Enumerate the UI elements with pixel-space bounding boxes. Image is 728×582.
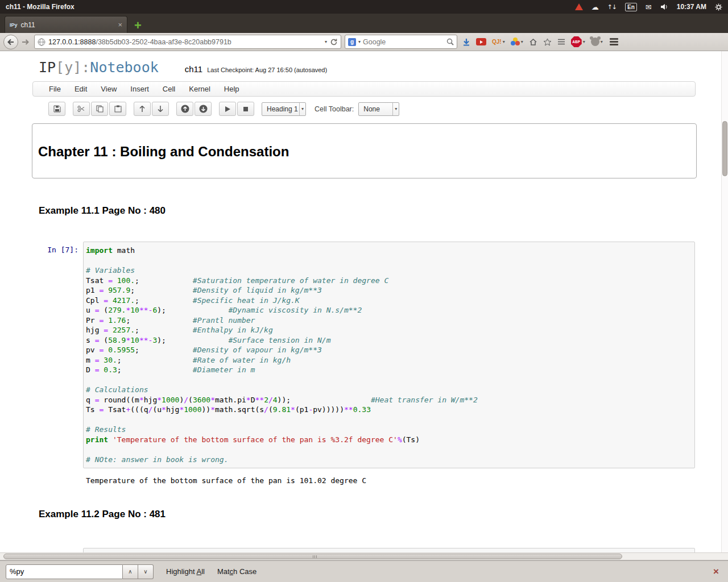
cell-type-select[interactable]: Heading 1 ▾ bbox=[262, 102, 306, 116]
move-up-button[interactable] bbox=[134, 102, 151, 116]
paste-icon bbox=[114, 105, 122, 113]
greasemonkey-button[interactable]: ▾ bbox=[591, 38, 603, 46]
highlight-all-button[interactable]: Highlight All bbox=[166, 567, 205, 576]
tab-favicon-icon: IPy bbox=[10, 22, 18, 28]
find-input[interactable] bbox=[6, 564, 123, 579]
clock[interactable]: 10:37 AM bbox=[677, 3, 706, 11]
abp-dropdown-icon: ▾ bbox=[583, 39, 585, 44]
downloadhelper-button[interactable]: ▾ bbox=[511, 38, 523, 46]
search-icon[interactable] bbox=[446, 38, 454, 45]
insert-above-button[interactable] bbox=[176, 102, 193, 116]
scrollbar-grip-icon bbox=[313, 555, 317, 558]
youtube-icon[interactable] bbox=[476, 38, 486, 45]
navigation-bar: 127.0.0.1:8888/38b5db03-2502-4baa-af3e-8… bbox=[0, 33, 728, 51]
vertical-scrollbar-thumb[interactable] bbox=[722, 121, 727, 176]
heading-cell-chapter[interactable]: Chapter 11 : Boiling and Condensation bbox=[32, 123, 697, 178]
ipython-logo[interactable]: IP[y]:Notebook bbox=[39, 59, 159, 76]
output-area: Temperature of the bottom surface of the… bbox=[32, 468, 695, 485]
partial-code-cell[interactable] bbox=[83, 548, 695, 552]
session-gear-icon[interactable] bbox=[715, 3, 722, 11]
sync-arrows-icon[interactable]: ↑↓ bbox=[607, 3, 617, 11]
greasemonkey-icon bbox=[591, 38, 599, 46]
search-bar[interactable]: g ▾ Google bbox=[345, 35, 457, 49]
cloud-icon[interactable]: ☁ bbox=[592, 3, 599, 11]
keyboard-layout-indicator[interactable]: En bbox=[625, 3, 637, 11]
move-down-button[interactable] bbox=[152, 102, 169, 116]
download-icon[interactable] bbox=[462, 38, 470, 46]
menu-cell[interactable]: Cell bbox=[156, 82, 182, 96]
reload-icon[interactable] bbox=[330, 38, 338, 46]
url-text[interactable]: 127.0.0.1:8888/38b5db03-2502-4baa-af3e-8… bbox=[48, 38, 322, 46]
qj-addon-button[interactable]: QJ!▾ bbox=[492, 39, 505, 45]
menu-insert[interactable]: Insert bbox=[123, 82, 156, 96]
menu-help[interactable]: Help bbox=[217, 82, 246, 96]
url-bar[interactable]: 127.0.0.1:8888/38b5db03-2502-4baa-af3e-8… bbox=[34, 35, 341, 49]
tab-close-icon[interactable]: × bbox=[118, 21, 122, 28]
qj-dropdown-icon: ▾ bbox=[503, 39, 505, 44]
notebook-checkpoint: Last Checkpoint: Aug 27 16:50 (autosaved… bbox=[207, 66, 327, 73]
horizontal-scrollbar-track[interactable] bbox=[0, 552, 728, 560]
copy-button[interactable] bbox=[91, 102, 108, 116]
chapter-heading: Chapter 11 : Boiling and Condensation bbox=[38, 144, 690, 160]
url-path: /38b5db03-2502-4baa-af3e-8c20abb9791b bbox=[96, 38, 231, 46]
vertical-scrollbar-track[interactable] bbox=[721, 51, 728, 552]
find-next-button[interactable]: ∨ bbox=[138, 564, 154, 579]
tab-bar: IPy ch11 × + bbox=[0, 14, 728, 33]
copy-icon bbox=[96, 105, 104, 113]
forward-button[interactable] bbox=[19, 36, 32, 48]
window-title: ch11 - Mozilla Firefox bbox=[6, 3, 75, 11]
stop-button[interactable] bbox=[237, 102, 254, 116]
insert-below-button[interactable] bbox=[195, 102, 212, 116]
paste-button[interactable] bbox=[109, 102, 126, 116]
cut-button[interactable] bbox=[73, 102, 90, 116]
mail-icon[interactable]: ✉ bbox=[646, 3, 652, 11]
browser-tab[interactable]: IPy ch11 × bbox=[5, 16, 127, 33]
toolbar-icons: QJ!▾ ▾ ABP▾ ▾ bbox=[462, 36, 603, 47]
menu-hamburger-icon[interactable] bbox=[610, 38, 618, 45]
menu-view[interactable]: View bbox=[94, 82, 123, 96]
volume-icon[interactable] bbox=[660, 3, 668, 10]
arrow-down-icon bbox=[157, 105, 164, 113]
play-icon bbox=[224, 106, 231, 113]
abp-button[interactable]: ABP▾ bbox=[571, 36, 585, 47]
new-tab-button[interactable]: + bbox=[134, 20, 142, 31]
output-text: Temperature of the bottom surface of the… bbox=[83, 468, 366, 485]
greasemonkey-dropdown-icon: ▾ bbox=[601, 39, 603, 44]
back-button[interactable] bbox=[3, 35, 18, 49]
search-input[interactable]: Google bbox=[363, 38, 444, 46]
menu-bar: File Edit View Insert Cell Kernel Help bbox=[32, 81, 696, 97]
select-caret-icon: ▾ bbox=[392, 103, 399, 115]
menu-edit[interactable]: Edit bbox=[68, 82, 94, 96]
bookmarks-menu-icon[interactable] bbox=[557, 38, 565, 45]
save-button[interactable] bbox=[48, 102, 65, 116]
warning-icon[interactable] bbox=[575, 3, 583, 10]
find-previous-button[interactable]: ∧ bbox=[123, 564, 138, 579]
notebook-title[interactable]: ch11 bbox=[185, 64, 202, 74]
menu-file[interactable]: File bbox=[42, 82, 68, 96]
heading-cell-example1[interactable]: Example 11.1 Page No : 480 bbox=[39, 205, 728, 217]
circle-up-icon bbox=[181, 105, 189, 113]
abp-icon: ABP bbox=[571, 36, 582, 47]
code-editor[interactable]: import math # VariablesTsat = 100.; #Sat… bbox=[83, 242, 695, 468]
notebook-header: IP[y]:Notebook ch11 Last Checkpoint: Aug… bbox=[0, 51, 728, 76]
select-caret-icon: ▾ bbox=[299, 103, 305, 115]
findbar-close-button[interactable]: × bbox=[713, 566, 722, 577]
horizontal-scrollbar-thumb[interactable] bbox=[3, 554, 622, 559]
save-icon bbox=[53, 105, 61, 113]
search-engine-dropdown-icon[interactable]: ▾ bbox=[358, 39, 361, 44]
run-button[interactable] bbox=[219, 102, 236, 116]
downloadhelper-icon bbox=[511, 38, 520, 46]
menu-kernel[interactable]: Kernel bbox=[182, 82, 217, 96]
urlbar-dropdown-icon[interactable]: ▾ bbox=[325, 39, 327, 44]
forward-arrow-icon bbox=[22, 39, 30, 45]
home-icon[interactable] bbox=[529, 38, 537, 46]
screen: ch11 - Mozilla Firefox ☁ ↑↓ En ✉ 10:37 A… bbox=[0, 0, 728, 582]
system-bar: ch11 - Mozilla Firefox ☁ ↑↓ En ✉ 10:37 A… bbox=[0, 0, 728, 14]
cut-icon bbox=[77, 105, 85, 113]
tab-title: ch11 bbox=[21, 21, 115, 29]
heading-cell-example2[interactable]: Example 11.2 Page No : 481 bbox=[39, 509, 728, 520]
google-icon: g bbox=[348, 38, 356, 46]
bookmark-star-icon[interactable] bbox=[543, 38, 552, 46]
cell-toolbar-select[interactable]: None ▾ bbox=[358, 102, 399, 116]
match-case-button[interactable]: Match Case bbox=[217, 567, 257, 576]
